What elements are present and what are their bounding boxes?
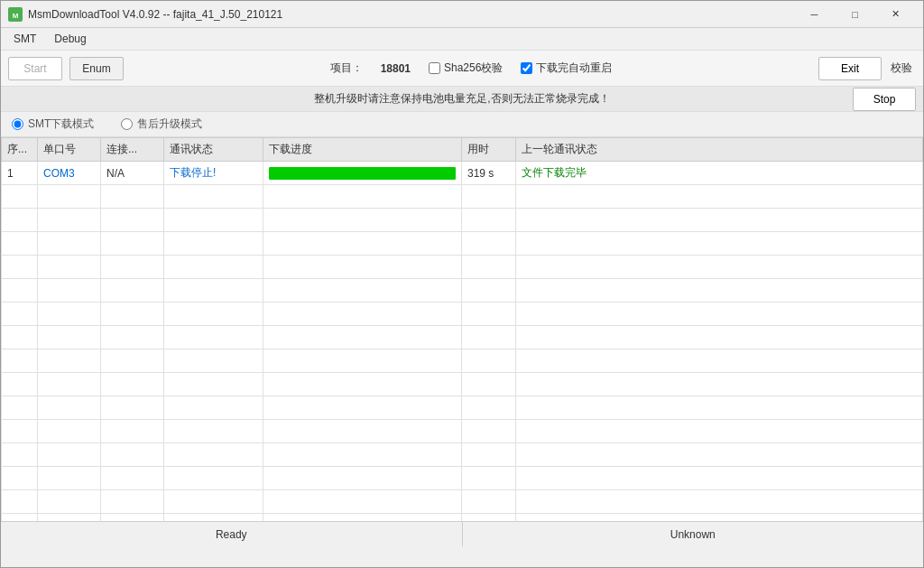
app-icon: M — [8, 7, 23, 22]
close-button[interactable]: ✕ — [875, 1, 916, 28]
empty-table-row — [2, 514, 923, 522]
window-controls: ─ □ ✕ — [794, 1, 916, 28]
verify-label: 校验 — [887, 61, 916, 76]
auto-restart-checkbox[interactable] — [521, 62, 532, 74]
download-table: 序... 单口号 连接... 通讯状态 下载进度 用时 — [1, 137, 923, 521]
cell-last-comm: 文件下载完毕 — [516, 162, 923, 185]
empty-table-row — [2, 420, 923, 443]
empty-table-row — [2, 232, 923, 256]
minimize-button[interactable]: ─ — [794, 1, 835, 28]
svg-text:M: M — [13, 11, 19, 19]
auto-restart-checkbox-container: 下载完自动重启 — [521, 61, 612, 76]
project-value: 18801 — [381, 62, 411, 75]
cell-progress — [263, 162, 462, 185]
empty-table-row — [2, 256, 923, 279]
sha256-label: Sha256校验 — [444, 61, 503, 76]
cell-seq: 1 — [2, 162, 38, 185]
empty-table-row — [2, 349, 923, 373]
stop-button[interactable]: Stop — [853, 88, 916, 111]
progress-bar-fill — [269, 167, 456, 180]
status-bar: Ready Unknown — [1, 521, 923, 546]
enum-button[interactable]: Enum — [69, 57, 124, 80]
status-unknown: Unknown — [463, 522, 924, 546]
table-container: 序... 单口号 连接... 通讯状态 下载进度 用时 — [1, 137, 923, 521]
auto-restart-label: 下载完自动重启 — [536, 61, 612, 76]
col-header-conn: 连接... — [101, 138, 164, 162]
empty-table-row — [2, 490, 923, 514]
status-ready: Ready — [1, 522, 463, 546]
cell-port: COM3 — [38, 162, 101, 185]
title-bar: M MsmDownloadTool V4.0.92 -- fajita_41_J… — [1, 1, 923, 28]
col-header-time: 用时 — [462, 138, 516, 162]
table-header-row: 序... 单口号 连接... 通讯状态 下载进度 用时 — [2, 138, 923, 162]
menu-smt[interactable]: SMT — [5, 31, 45, 47]
toolbar-center: 项目： 18801 Sha256校验 下载完自动重启 — [131, 61, 811, 76]
mode-bar: SMT下载模式 售后升级模式 — [1, 112, 923, 137]
notice-text: 整机升级时请注意保持电池电量充足,否则无法正常烧录完成！ — [8, 91, 916, 107]
aftersale-mode-radio-container[interactable]: 售后升级模式 — [121, 116, 202, 132]
empty-table-row — [2, 443, 923, 467]
empty-table-row — [2, 467, 923, 490]
notice-right: Stop — [853, 88, 916, 111]
toolbar-right: Exit 校验 — [818, 57, 916, 80]
menu-bar: SMT Debug — [1, 28, 923, 51]
sha256-checkbox-container: Sha256校验 — [429, 61, 503, 76]
notice-bar: 整机升级时请注意保持电池电量充足,否则无法正常烧录完成！ Stop — [1, 87, 923, 112]
smt-mode-label: SMT下载模式 — [28, 116, 94, 132]
maximize-button[interactable]: □ — [835, 1, 875, 28]
start-button[interactable]: Start — [8, 57, 62, 80]
window-title: MsmDownloadTool V4.0.92 -- fajita_41_J.5… — [28, 8, 282, 21]
progress-bar-container — [269, 167, 456, 180]
aftersale-mode-radio[interactable] — [121, 118, 133, 130]
cell-conn: N/A — [101, 162, 164, 185]
table-body: 1COM3N/A下载停止!319 s文件下载完毕 — [2, 162, 923, 522]
sha256-checkbox[interactable] — [429, 62, 440, 74]
empty-table-row — [2, 279, 923, 303]
col-header-port: 单口号 — [38, 138, 101, 162]
col-header-progress: 下载进度 — [263, 138, 462, 162]
col-header-comm: 通讯状态 — [164, 138, 263, 162]
empty-table-row — [2, 185, 923, 209]
menu-debug[interactable]: Debug — [45, 31, 95, 47]
toolbar: Start Enum 项目： 18801 Sha256校验 下载完自动重启 Ex… — [1, 51, 923, 87]
main-area: SMT Debug Start Enum 项目： 18801 Sha256校验 … — [1, 28, 923, 546]
project-label: 项目： — [330, 61, 363, 76]
smt-mode-radio-container[interactable]: SMT下载模式 — [12, 116, 94, 132]
cell-time: 319 s — [462, 162, 516, 185]
aftersale-mode-label: 售后升级模式 — [137, 116, 202, 132]
col-header-seq: 序... — [2, 138, 38, 162]
cell-comm: 下载停止! — [164, 162, 263, 185]
empty-table-row — [2, 373, 923, 396]
empty-table-row — [2, 303, 923, 326]
empty-table-row — [2, 396, 923, 420]
smt-mode-radio[interactable] — [12, 118, 23, 130]
exit-button[interactable]: Exit — [818, 57, 882, 80]
empty-table-row — [2, 209, 923, 232]
empty-table-row — [2, 326, 923, 349]
col-header-last-comm: 上一轮通讯状态 — [516, 138, 923, 162]
table-row: 1COM3N/A下载停止!319 s文件下载完毕 — [2, 162, 923, 185]
